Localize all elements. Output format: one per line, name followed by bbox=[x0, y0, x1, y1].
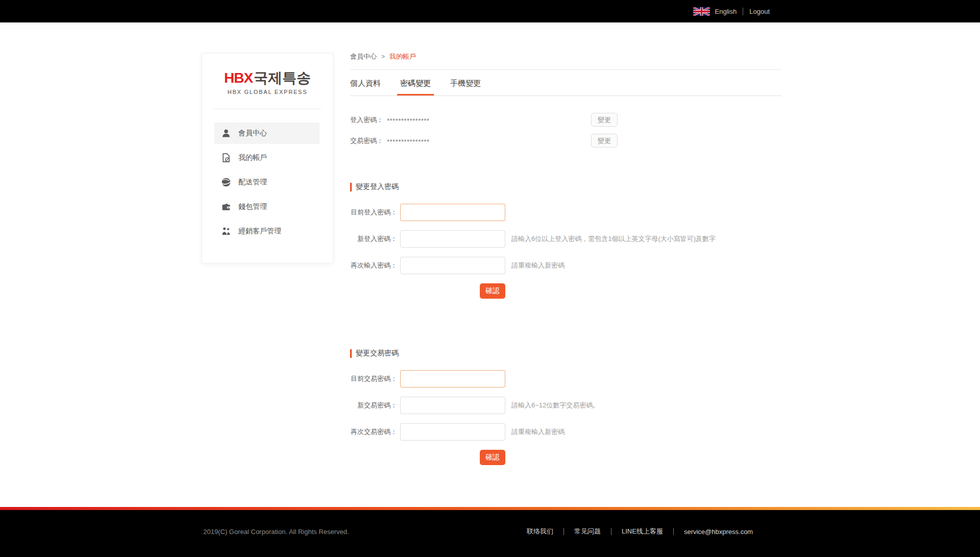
tab-profile[interactable]: 個人資料 bbox=[347, 70, 384, 95]
new-login-password-hint: 請輸入6位以上登入密碼，需包含1個以上英文字母(大小寫皆可)及數字 bbox=[511, 234, 716, 244]
login-password-row: 登入密碼： *************** 變更 bbox=[350, 113, 781, 127]
section-title: 變更交易密碼 bbox=[356, 349, 399, 358]
footer-link-line[interactable]: LINE线上客服 bbox=[622, 527, 663, 536]
login-password-confirm-button[interactable]: 確認 bbox=[480, 283, 505, 299]
breadcrumb: 會員中心 > 我的帳戶 bbox=[350, 50, 781, 70]
main-content: 會員中心 > 我的帳戶 個人資料 密碼變更 手機變更 登入密碼： *******… bbox=[350, 50, 781, 465]
footer-divider bbox=[673, 528, 674, 535]
tab-phone-change[interactable]: 手機變更 bbox=[447, 70, 484, 95]
language-switch[interactable]: English bbox=[715, 8, 737, 15]
sidebar-item-label: 會員中心 bbox=[238, 129, 267, 138]
repeat-trade-password-input[interactable] bbox=[400, 423, 505, 441]
sidebar-menu: 會員中心 我的帳戶 配送管理 錢包管理 bbox=[202, 123, 333, 242]
new-trade-password-label: 新交易密碼： bbox=[350, 401, 397, 410]
footer-link-faq[interactable]: 常见问题 bbox=[574, 527, 601, 536]
users-icon bbox=[221, 226, 231, 236]
trade-password-row: 交易密碼： *************** 變更 bbox=[350, 134, 781, 148]
footer-email-link[interactable]: service@hbxpress.com bbox=[684, 528, 753, 536]
new-trade-password-input[interactable] bbox=[400, 397, 505, 414]
repeat-login-password-input[interactable] bbox=[400, 257, 505, 274]
trade-password-change-button[interactable]: 變更 bbox=[591, 134, 618, 148]
new-login-password-input[interactable] bbox=[400, 230, 505, 248]
sidebar-item-label: 經銷客戶管理 bbox=[238, 227, 281, 236]
uk-flag-icon[interactable] bbox=[693, 7, 710, 16]
logout-link[interactable]: Logout bbox=[749, 8, 770, 15]
trade-password-masked-value: *************** bbox=[387, 136, 429, 146]
breadcrumb-separator: > bbox=[381, 53, 385, 60]
current-trade-password-field: 目前交易密碼： bbox=[350, 370, 781, 388]
new-trade-password-hint: 請輸入6~12位數字交易密碼。 bbox=[511, 401, 599, 410]
repeat-login-password-label: 再次輸入密碼： bbox=[350, 261, 397, 270]
sidebar-item-label: 錢包管理 bbox=[238, 202, 267, 211]
user-icon bbox=[221, 128, 231, 138]
current-login-password-label: 目前登入密碼： bbox=[350, 208, 397, 217]
trade-password-confirm-button[interactable]: 確認 bbox=[480, 450, 505, 465]
footer-link-contact[interactable]: 联络我们 bbox=[527, 527, 553, 536]
sidebar-item-my-account[interactable]: 我的帳戶 bbox=[214, 147, 320, 168]
login-password-change-button[interactable]: 變更 bbox=[591, 113, 618, 127]
change-login-password-section: 變更登入密碼 目前登入密碼： 新登入密碼： 請輸入6位以上登入密碼，需包含1個以… bbox=[350, 182, 781, 299]
repeat-trade-password-label: 再次交易密碼： bbox=[350, 427, 397, 437]
breadcrumb-current: 我的帳戶 bbox=[389, 52, 416, 61]
footer-links: 联络我们 常见问题 LINE线上客服 service@hbxpress.com bbox=[527, 527, 753, 536]
sidebar-item-wallet[interactable]: 錢包管理 bbox=[214, 196, 320, 217]
current-login-password-input[interactable] bbox=[400, 204, 505, 221]
sidebar-item-member-center[interactable]: 會員中心 bbox=[214, 123, 320, 144]
copyright-text: 2019(C) Goreal Corporation. All Rights R… bbox=[202, 528, 351, 536]
footer-divider bbox=[611, 528, 611, 535]
new-trade-password-field: 新交易密碼： 請輸入6~12位數字交易密碼。 bbox=[350, 397, 781, 414]
sidebar-item-label: 我的帳戶 bbox=[238, 153, 267, 162]
new-login-password-label: 新登入密碼： bbox=[350, 234, 397, 244]
section-accent-bar bbox=[350, 183, 352, 191]
globe-icon bbox=[221, 177, 231, 187]
password-summary: 登入密碼： *************** 變更 交易密碼： *********… bbox=[350, 113, 781, 148]
sidebar-item-dealer-customers[interactable]: 經銷客戶管理 bbox=[214, 221, 320, 242]
logo-brand-korean: 국제특송 bbox=[254, 70, 311, 86]
section-accent-bar bbox=[350, 349, 352, 358]
change-trade-password-section: 變更交易密碼 目前交易密碼： 新交易密碼： 請輸入6~12位數字交易密碼。 再次… bbox=[350, 349, 781, 465]
new-login-password-field: 新登入密碼： 請輸入6位以上登入密碼，需包含1個以上英文字母(大小寫皆可)及數字 bbox=[350, 230, 781, 248]
tab-bar: 個人資料 密碼變更 手機變更 bbox=[350, 70, 781, 96]
document-edit-icon bbox=[221, 153, 231, 163]
logo-brand: HBX bbox=[224, 70, 253, 86]
repeat-trade-password-field: 再次交易密碼： 請重複輸入新密碼 bbox=[350, 423, 781, 441]
tab-password-change[interactable]: 密碼變更 bbox=[397, 70, 434, 95]
repeat-login-password-field: 再次輸入密碼： 請重複輸入新密碼 bbox=[350, 257, 781, 274]
logo: HBX국제특송 HBX GLOBAL EXPRESS bbox=[202, 54, 333, 95]
wallet-icon bbox=[221, 202, 231, 212]
footer-divider bbox=[564, 528, 564, 535]
footer: 2019(C) Goreal Corporation. All Rights R… bbox=[0, 510, 980, 557]
topbar-divider bbox=[743, 8, 743, 15]
logo-subtitle: HBX GLOBAL EXPRESS bbox=[202, 89, 333, 95]
logo-wordmark: HBX국제특송 bbox=[202, 71, 333, 85]
section-header: 變更交易密碼 bbox=[350, 349, 781, 358]
current-trade-password-label: 目前交易密碼： bbox=[350, 374, 397, 383]
repeat-trade-password-hint: 請重複輸入新密碼 bbox=[511, 427, 565, 437]
current-login-password-field: 目前登入密碼： bbox=[350, 204, 781, 221]
login-password-label: 登入密碼： bbox=[350, 115, 387, 125]
section-title: 變更登入密碼 bbox=[356, 182, 399, 191]
current-trade-password-input[interactable] bbox=[400, 370, 505, 388]
sidebar-item-label: 配送管理 bbox=[238, 178, 267, 187]
breadcrumb-parent[interactable]: 會員中心 bbox=[350, 52, 377, 61]
login-password-masked-value: *************** bbox=[387, 115, 429, 125]
section-header: 變更登入密碼 bbox=[350, 182, 781, 191]
repeat-login-password-hint: 請重複輸入新密碼 bbox=[511, 261, 565, 270]
sidebar-divider bbox=[213, 109, 322, 109]
sidebar: HBX국제특송 HBX GLOBAL EXPRESS 會員中心 我的帳戶 bbox=[202, 53, 333, 263]
trade-password-label: 交易密碼： bbox=[350, 136, 387, 146]
topbar: English Logout bbox=[0, 0, 980, 22]
sidebar-item-delivery[interactable]: 配送管理 bbox=[214, 172, 320, 193]
